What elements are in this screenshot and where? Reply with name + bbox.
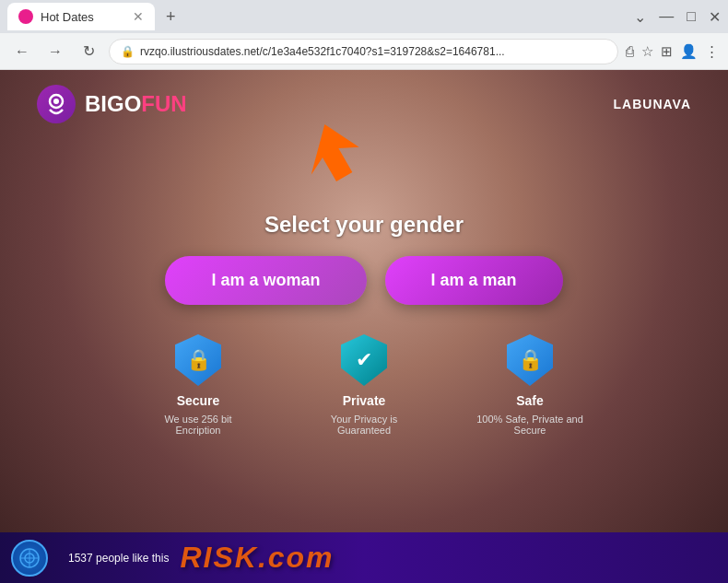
browser-frame: Hot Dates ✕ + ⌄ — □ ✕ ← → ↻ 🔒 rvzqo.ilus… (0, 0, 728, 583)
risk-logo-area: RISK.com (180, 541, 334, 575)
close-button[interactable]: ✕ (709, 8, 721, 26)
logo-fun: FUN (141, 91, 186, 116)
logo-area: BIGOFUN (37, 85, 187, 123)
arrow-pointer (286, 121, 359, 194)
tab-close-button[interactable]: ✕ (133, 9, 144, 24)
secure-badge: 🔒 Secure We use 256 bit Encription (143, 332, 253, 436)
logo-bigo: BIGO (85, 91, 141, 116)
safe-badge: 🔒 Safe 100% Safe, Private and Secure (475, 332, 585, 436)
logo-icon (37, 85, 76, 123)
tab-grid-icon[interactable]: ⊞ (661, 43, 673, 60)
forward-button[interactable]: → (42, 39, 68, 64)
window-controls: ⌄ — □ ✕ (634, 8, 721, 26)
nav-bar: ← → ↻ 🔒 rvzqo.ilustriousdates.net/c/1e3a… (0, 33, 728, 70)
lock-icon: 🔒 (121, 45, 135, 58)
private-shield-icon: ✔ (339, 332, 390, 388)
safe-shield-shape: 🔒 (507, 334, 553, 386)
logo-text: BIGOFUN (85, 91, 187, 117)
select-gender-title: Select your gender (264, 212, 464, 238)
people-like-text: 1537 people like this (68, 552, 169, 565)
woman-button[interactable]: I am a woman (165, 256, 366, 305)
profile-icon[interactable]: 👤 (680, 43, 698, 60)
gender-buttons: I am a woman I am a man (165, 256, 562, 305)
address-bar[interactable]: 🔒 rvzqo.ilustriousdates.net/c/1e3a4e532f… (109, 39, 618, 64)
browser-tab[interactable]: Hot Dates ✕ (7, 3, 155, 30)
new-tab-button[interactable]: + (160, 7, 182, 27)
bottom-icon (11, 540, 48, 577)
page-content: BIGOFUN LABUNAVA Select your gender I am… (0, 70, 728, 583)
bottom-bar: 1537 people like this RISK.com (0, 532, 728, 583)
trust-badges: 🔒 Secure We use 256 bit Encription ✔ Pri… (143, 332, 585, 436)
secure-badge-title: Secure (177, 393, 220, 408)
maximize-button[interactable]: □ (687, 8, 696, 25)
svg-point-2 (53, 99, 59, 104)
secure-shield-icon: 🔒 (173, 332, 224, 388)
private-badge-title: Private (343, 393, 386, 408)
background-image (0, 70, 728, 583)
private-badge: ✔ Private Your Privacy is Guaranteed (309, 332, 419, 436)
nav-link[interactable]: LABUNAVA (614, 97, 691, 111)
title-bar: Hot Dates ✕ + ⌄ — □ ✕ (0, 0, 728, 33)
minimize-button[interactable]: — (659, 8, 674, 25)
man-button[interactable]: I am a man (385, 256, 563, 305)
private-shield-shape: ✔ (341, 334, 387, 386)
address-text: rvzqo.ilustriousdates.net/c/1e3a4e532f1c… (140, 45, 606, 58)
share-icon[interactable]: ⎙ (626, 43, 634, 59)
private-badge-desc: Your Privacy is Guaranteed (309, 414, 419, 436)
risk-text: RISK.com (180, 541, 334, 575)
shield-shape: 🔒 (175, 334, 221, 386)
main-content: Select your gender I am a woman I am a m… (165, 212, 562, 305)
bookmark-icon[interactable]: ☆ (641, 43, 653, 60)
tab-title: Hot Dates (41, 10, 94, 24)
safe-badge-desc: 100% Safe, Private and Secure (475, 414, 585, 436)
site-header: BIGOFUN LABUNAVA (0, 70, 728, 138)
tab-favicon (18, 9, 33, 24)
refresh-button[interactable]: ↻ (76, 39, 101, 64)
safe-shield-icon: 🔒 (505, 332, 556, 388)
secure-badge-desc: We use 256 bit Encription (143, 414, 253, 436)
svg-marker-0 (293, 121, 359, 191)
chevron-down-icon[interactable]: ⌄ (634, 8, 646, 26)
menu-icon[interactable]: ⋮ (705, 43, 719, 60)
safe-badge-title: Safe (516, 393, 544, 408)
back-button[interactable]: ← (9, 39, 35, 64)
nav-actions: ⎙ ☆ ⊞ 👤 ⋮ (626, 43, 719, 60)
